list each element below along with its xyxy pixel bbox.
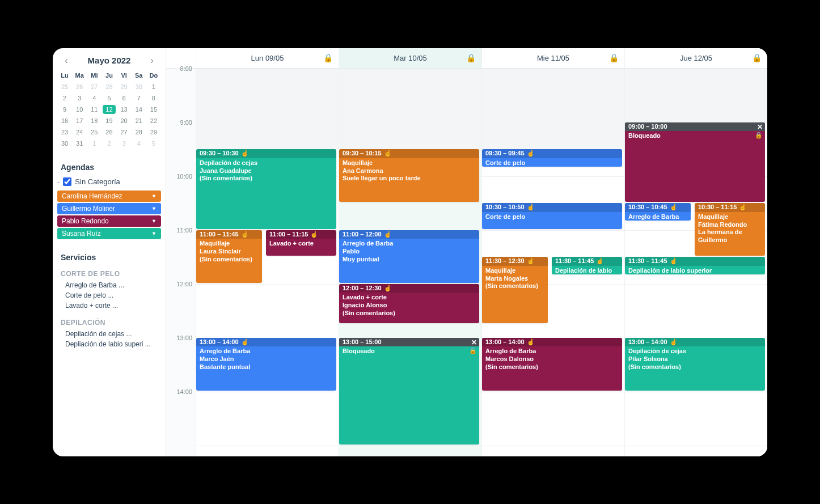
mini-cal-day[interactable]: 2 <box>57 92 72 104</box>
calendar-event[interactable]: 11:30 – 12:30☝MaquillajeMarta Nogales(Si… <box>482 257 548 323</box>
mini-cal-day[interactable]: 4 <box>87 92 102 104</box>
mini-cal-day[interactable]: 9 <box>57 104 72 115</box>
mini-cal-day[interactable]: 21 <box>132 115 146 126</box>
mini-cal-day[interactable]: 3 <box>72 92 87 104</box>
day-column[interactable]: 09:30 – 10:30☝Depilación de cejasJuana G… <box>196 69 339 456</box>
mini-cal-day[interactable]: 23 <box>57 126 72 138</box>
hand-icon: ☝ <box>241 231 249 239</box>
calendar-event[interactable]: 12:00 – 12:30☝Lavado + corteIgnacio Alon… <box>339 284 479 323</box>
calendar-event[interactable]: 11:30 – 11:45☝Depilación de labio superi… <box>625 257 765 274</box>
uncategorized-checkbox[interactable] <box>63 177 71 186</box>
lock-icon: 🔒 <box>752 53 762 62</box>
chevron-down-icon[interactable]: ▼ <box>151 218 157 224</box>
agenda-chip[interactable]: Carolina Hernández▼ <box>57 190 161 202</box>
day-column[interactable]: 09:30 – 09:45☝Corte de pelo10:30 – 10:50… <box>481 69 624 456</box>
agenda-chip[interactable]: Pablo Redondo▼ <box>57 215 161 227</box>
mini-cal-day[interactable]: 19 <box>102 115 116 126</box>
calendar-event[interactable]: 10:30 – 10:45☝Arreglo de Barba <box>625 203 691 221</box>
event-line: Arreglo de Barba <box>343 240 476 248</box>
mini-cal-day[interactable]: 30 <box>57 138 72 149</box>
mini-cal-day[interactable]: 3 <box>117 138 132 149</box>
chevron-down-icon[interactable]: ▼ <box>151 231 157 236</box>
calendar-event[interactable]: 10:30 – 10:50☝Corte de pelo <box>482 203 622 229</box>
mini-cal-day[interactable]: 17 <box>72 115 87 126</box>
calendar-event[interactable]: 11:00 – 11:15☝Lavado + corte <box>266 230 336 256</box>
agenda-category-row[interactable]: - Sin Categoría <box>57 176 161 189</box>
calendar-event[interactable]: 11:00 – 11:45☝MaquillajeLaura Sinclair(S… <box>196 230 262 283</box>
calendar-event[interactable]: 11:00 – 12:00☝Arreglo de BarbaPabloMuy p… <box>339 230 479 283</box>
mini-cal-day[interactable]: 28 <box>102 81 116 92</box>
chevron-down-icon[interactable]: ▼ <box>151 206 157 211</box>
day-header[interactable]: Lun 09/05🔒 <box>196 48 339 68</box>
mini-cal-day[interactable]: 31 <box>72 138 87 149</box>
service-item[interactable]: Corte de pelo ... <box>57 290 161 300</box>
agenda-chip[interactable]: Guillermo Moliner▼ <box>57 203 161 214</box>
hour-label: 14:00 <box>176 388 192 395</box>
mini-cal-day[interactable]: 8 <box>146 92 161 104</box>
event-time-row: 10:30 – 10:50☝ <box>482 203 622 212</box>
service-item[interactable]: Arreglo de Barba ... <box>57 280 161 290</box>
event-time: 09:00 – 10:00 <box>628 123 667 131</box>
event-line: Ana Carmona <box>343 167 476 175</box>
mini-cal-day[interactable]: 15 <box>146 104 161 115</box>
calendar-event[interactable]: 11:30 – 11:45☝Depliación de labio <box>552 257 622 274</box>
close-icon[interactable]: ✕ <box>471 338 477 347</box>
mini-cal-day[interactable]: 6 <box>117 92 132 104</box>
calendar-grid[interactable]: 8:009:0010:0011:0012:0013:0014:00 09:30 … <box>166 69 767 456</box>
calendar-event[interactable]: 13:00 – 15:00Bloqueado✕🔒 <box>339 338 479 444</box>
day-header[interactable]: Jue 12/05🔒 <box>624 48 767 68</box>
hand-icon: ☝ <box>527 338 535 346</box>
event-time: 11:30 – 11:45 <box>555 257 594 265</box>
mini-cal-day[interactable]: 26 <box>72 81 87 92</box>
mini-cal-day[interactable]: 1 <box>146 81 161 92</box>
day-header[interactable]: Mie 11/05🔒 <box>481 48 624 68</box>
mini-cal-day[interactable]: 27 <box>117 126 132 138</box>
calendar-event[interactable]: 09:30 – 09:45☝Corte de pelo <box>482 149 622 167</box>
calendar-event[interactable]: 13:00 – 14:00☝Arreglo de BarbaMarcos Dal… <box>482 338 622 391</box>
mini-cal-day[interactable]: 1 <box>87 138 102 149</box>
mini-cal-day[interactable]: 18 <box>87 115 102 126</box>
mini-cal-day[interactable]: 5 <box>146 138 161 149</box>
mini-cal-day[interactable]: 5 <box>102 92 116 104</box>
mini-cal-day[interactable]: 22 <box>146 115 161 126</box>
mini-cal-day[interactable]: 11 <box>87 104 102 115</box>
mini-cal-day[interactable]: 7 <box>132 92 146 104</box>
mini-cal-day[interactable]: 4 <box>132 138 146 149</box>
mini-cal-day[interactable]: 14 <box>132 104 146 115</box>
mini-cal-day[interactable]: 13 <box>117 104 132 115</box>
service-item[interactable]: Depilación de cejas ... <box>57 329 161 339</box>
mini-cal-day[interactable]: 27 <box>87 81 102 92</box>
calendar-event[interactable]: 09:30 – 10:30☝Depilación de cejasJuana G… <box>196 149 336 229</box>
mini-cal-day[interactable]: 30 <box>132 81 146 92</box>
service-item[interactable]: Depliación de labio superi ... <box>57 339 161 349</box>
mini-cal-day[interactable]: 12 <box>102 104 116 115</box>
prev-month-button[interactable]: ‹ <box>61 55 72 66</box>
hand-icon: ☝ <box>384 285 392 293</box>
mini-cal-day[interactable]: 16 <box>57 115 72 126</box>
calendar-event[interactable]: 13:00 – 14:00☝Depilación de cejasPilar S… <box>625 338 765 391</box>
close-icon[interactable]: ✕ <box>757 123 763 132</box>
day-column[interactable]: 09:00 – 10:00Bloqueado✕🔒10:30 – 10:45☝Ar… <box>624 69 767 456</box>
mini-calendar[interactable]: LuMaMiJuViSaDo 2526272829301234567891011… <box>57 70 161 149</box>
mini-cal-day[interactable]: 20 <box>117 115 132 126</box>
next-month-button[interactable]: › <box>146 55 158 66</box>
calendar-event[interactable]: 09:30 – 10:15☝MaquillajeAna CarmonaSuele… <box>339 149 479 202</box>
mini-cal-day[interactable]: 29 <box>146 126 161 138</box>
calendar-event[interactable]: 10:30 – 11:15☝MaquillajeFátima RedondoLa… <box>695 203 765 256</box>
mini-cal-day[interactable]: 24 <box>72 126 87 138</box>
mini-cal-day[interactable]: 25 <box>87 126 102 138</box>
collapse-dash-icon[interactable]: - <box>57 177 60 186</box>
mini-cal-day[interactable]: 2 <box>102 138 116 149</box>
mini-cal-day[interactable]: 28 <box>132 126 146 138</box>
agenda-chip[interactable]: Susana Ruíz▼ <box>57 228 161 239</box>
calendar-event[interactable]: 13:00 – 14:00☝Arreglo de BarbaMarco Jaén… <box>196 338 336 391</box>
mini-cal-day[interactable]: 25 <box>57 81 72 92</box>
mini-cal-day[interactable]: 26 <box>102 126 116 138</box>
day-header[interactable]: Mar 10/05🔒 <box>339 48 481 68</box>
day-column[interactable]: 09:30 – 10:15☝MaquillajeAna CarmonaSuele… <box>339 69 481 456</box>
mini-cal-day[interactable]: 29 <box>117 81 132 92</box>
mini-cal-day[interactable]: 10 <box>72 104 87 115</box>
chevron-down-icon[interactable]: ▼ <box>151 193 157 199</box>
service-item[interactable]: Lavado + corte ... <box>57 300 161 311</box>
calendar-event[interactable]: 09:00 – 10:00Bloqueado✕🔒 <box>625 122 765 202</box>
